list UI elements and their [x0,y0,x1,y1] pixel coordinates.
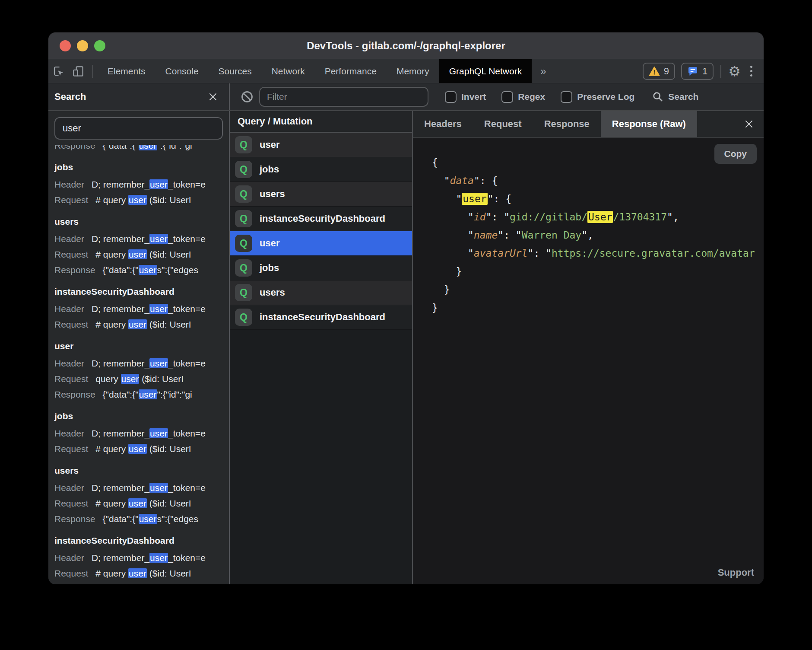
checkbox-box[interactable] [501,91,513,103]
invert-checkbox[interactable]: Invert [445,91,486,103]
search-result-row[interactable]: HeaderD; remember_user_token=e [48,426,229,441]
match-highlight: user [149,428,168,438]
device-toolbar-icon [72,65,85,78]
checkbox-box[interactable] [445,91,457,103]
copy-button[interactable]: Copy [714,144,757,164]
checkbox-label: Preserve Log [577,92,634,102]
query-type-badge: Q [235,284,252,301]
query-mutation-panel: Query / Mutation QuserQjobsQusersQinstan… [230,111,413,584]
query-item-instancesecuritydashboard[interactable]: QinstanceSecurityDashboard [230,207,412,231]
tab-memory[interactable]: Memory [387,59,439,83]
json-segment: " [432,211,474,223]
inspect-element-button[interactable] [48,59,68,83]
result-text-segment: ($id: UserI [147,444,191,454]
result-text-segment: ($id: UserI [147,249,191,259]
search-result-row[interactable]: Request# query user ($id: UserI [48,192,229,208]
desktop-background: DevTools - gitlab.com/-/graphql-explorer [0,0,812,650]
result-row-label: Response [54,145,95,150]
window-titlebar: DevTools - gitlab.com/-/graphql-explorer [48,32,764,59]
more-tabs-button[interactable]: » [532,59,555,83]
issues-badge[interactable]: 1 [681,63,714,80]
search-result-row[interactable]: Request# query user ($id: UserI [48,317,229,332]
result-row-label: Header [54,304,84,314]
tab-console[interactable]: Console [155,59,209,83]
search-result-row[interactable]: HeaderD; remember_user_token=e [48,301,229,317]
preserve-log-checkbox[interactable]: Preserve Log [561,91,634,103]
tab-performance[interactable]: Performance [315,59,387,83]
search-result-row[interactable]: Request# query user ($id: UserI [48,441,229,457]
close-search-panel-button[interactable] [206,89,220,104]
query-item-user[interactable]: Quser [230,133,412,157]
search-result-row[interactable]: Response{"data":{"user":{"id":"gi [48,145,229,153]
filter-checkboxes: InvertRegexPreserve Log [445,91,634,103]
result-text-segment: _token=e [168,179,206,189]
device-toolbar-button[interactable] [68,59,88,83]
query-type-badge: Q [235,185,252,203]
query-item-jobs[interactable]: Qjobs [230,157,412,182]
warnings-badge[interactable]: 9 [643,63,675,80]
tab-response-raw[interactable]: Response (Raw) [601,111,697,137]
match-highlight: user [139,145,157,150]
search-result-row[interactable]: HeaderD; remember_user_token=e [48,356,229,371]
more-options-kebab-icon[interactable] [747,66,756,76]
search-result-row[interactable]: Request# query user ($id: UserI [48,566,229,581]
support-link[interactable]: Support [718,567,754,578]
match-highlight: user [128,195,147,205]
tab-network[interactable]: Network [262,59,315,83]
result-row-value: # query user ($id: UserI [95,195,191,205]
result-row-value: {"data":{"user":{"id":"gi [103,145,192,150]
json-segment: ", [581,229,593,241]
search-result-row[interactable]: HeaderD; remember_user_token=e [48,480,229,496]
json-viewer: { "data": { "user": { "id": "gid://gitla… [432,153,764,317]
tab-sources[interactable]: Sources [209,59,262,83]
regex-checkbox[interactable]: Regex [501,91,545,103]
tab-response[interactable]: Response [533,111,601,137]
result-text-segment: s":{"edges [157,514,198,524]
network-search-button[interactable]: Search [652,91,698,103]
search-result-row[interactable]: Requestquery user ($id: UserI [48,371,229,387]
clear-requests-icon[interactable] [240,90,254,104]
checkbox-box[interactable] [561,91,572,103]
search-result-row[interactable]: Request# query user ($id: UserI [48,496,229,511]
filter-input[interactable] [259,87,428,107]
search-result-row[interactable]: Request# query user ($id: UserI [48,247,229,262]
search-result-row[interactable]: HeaderD; remember_user_token=e [48,231,229,247]
search-result-row[interactable]: Response{"data":{"users":{"edges [48,511,229,527]
search-result-row[interactable]: HeaderD; remember_user_token=e [48,177,229,192]
json-segment: id [474,211,486,223]
settings-gear-icon[interactable]: ⚙ [728,64,741,78]
json-segment: } [432,266,462,277]
devtools-tabbar: ElementsConsoleSourcesNetworkPerformance… [48,59,764,83]
search-result-row[interactable]: Response{"data":{"users":{"edges [48,262,229,278]
search-query-input[interactable] [54,117,223,140]
query-item-label: jobs [260,164,279,175]
result-row-value: D; remember_user_token=e [92,428,206,438]
result-text-segment: ($id: UserI [139,374,184,384]
search-result-row[interactable]: Response{"data":{"user":{"id":"gi [48,387,229,402]
query-item-instancesecuritydashboard[interactable]: QinstanceSecurityDashboard [230,305,412,330]
tab-graphql-network[interactable]: GraphQL Network [439,59,532,83]
match-highlight: user [128,249,147,259]
query-item-jobs[interactable]: Qjobs [230,256,412,280]
search-result-row[interactable]: HeaderD; remember_user_token=e [48,550,229,566]
result-text-segment: {"data":{" [103,514,139,524]
result-row-value: # query user ($id: UserI [95,568,191,578]
tab-elements[interactable]: Elements [98,59,155,83]
network-filter-bar: InvertRegexPreserve Log Search [230,83,764,110]
minimize-window-button[interactable] [77,40,88,51]
result-group-title: instanceSecurityDashboard [48,282,229,301]
zoom-window-button[interactable] [94,40,105,51]
result-row-label: Request [54,498,88,508]
query-type-badge: Q [235,210,252,227]
close-icon [744,119,754,129]
main-tab-strip: ElementsConsoleSourcesNetworkPerformance… [98,59,532,83]
tab-request[interactable]: Request [473,111,533,137]
query-item-user[interactable]: Quser [230,231,412,256]
close-details-button[interactable] [734,111,764,137]
query-item-users[interactable]: Qusers [230,280,412,305]
tab-headers[interactable]: Headers [413,111,473,137]
query-item-users[interactable]: Qusers [230,182,412,207]
result-row-label: Header [54,483,84,493]
result-text-segment: D; remember_ [92,428,149,438]
close-window-button[interactable] [60,40,71,51]
